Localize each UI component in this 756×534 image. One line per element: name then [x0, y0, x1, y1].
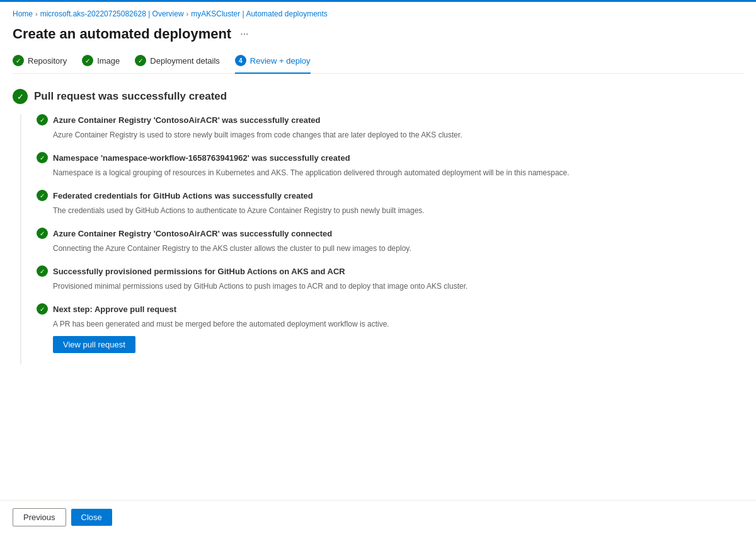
step-1-header: Azure Container Registry 'ContosoAirACR'…	[37, 114, 743, 125]
page-title-row: Create an automated deployment ···	[13, 26, 743, 42]
step-3-description: The credentials used by GitHub Actions t…	[53, 205, 743, 216]
step-1: Azure Container Registry 'ContosoAirACR'…	[37, 114, 743, 141]
step-2-check-icon	[37, 152, 48, 163]
view-pull-request-button[interactable]: View pull request	[53, 336, 135, 353]
breadcrumb-cluster[interactable]: myAKSCluster | Automated deployments	[191, 9, 328, 18]
step-4-check-icon	[37, 228, 48, 239]
step-2-title: Namespace 'namespace-workflow-1658763941…	[53, 153, 350, 163]
main-heading: Pull request was successfully created	[34, 90, 227, 103]
step-6-check-icon	[37, 303, 48, 315]
tab-label-deployment: Deployment details	[150, 56, 220, 66]
more-options-button[interactable]: ···	[236, 27, 252, 41]
tab-label-repository: Repository	[28, 56, 67, 66]
step-3-check-icon	[37, 190, 48, 201]
step-5-description: Provisioned minimal permissions used by …	[53, 281, 743, 292]
footer: Previous Close	[0, 500, 756, 534]
step-2: Namespace 'namespace-workflow-1658763941…	[37, 152, 743, 178]
tab-circle-review: 4	[235, 55, 246, 66]
step-5-title: Successfully provisioned permissions for…	[53, 267, 345, 276]
main-content: Home › microsoft.aks-20220725082628 | Ov…	[0, 2, 756, 500]
step-2-header: Namespace 'namespace-workflow-1658763941…	[37, 152, 743, 163]
step-5-check-icon	[37, 265, 48, 277]
step-4-header: Azure Container Registry 'ContosoAirACR'…	[37, 228, 743, 239]
tab-repository[interactable]: Repository	[13, 55, 67, 74]
step-5: Successfully provisioned permissions for…	[37, 265, 743, 292]
breadcrumb-subscription[interactable]: microsoft.aks-20220725082628 | Overview	[40, 9, 184, 18]
step-1-check-icon	[37, 114, 48, 125]
breadcrumb: Home › microsoft.aks-20220725082628 | Ov…	[13, 9, 743, 18]
wizard-tabs: Repository Image Deployment details 4 Re…	[13, 55, 743, 74]
step-1-title: Azure Container Registry 'ContosoAirACR'…	[53, 115, 320, 125]
step-6-description: A PR has been generated and must be merg…	[53, 318, 743, 330]
tab-deployment-details[interactable]: Deployment details	[135, 55, 220, 74]
step-6-title: Next step: Approve pull request	[53, 305, 176, 314]
step-4-title: Azure Container Registry 'ContosoAirACR'…	[53, 229, 332, 238]
step-4-description: Connecting the Azure Container Registry …	[53, 243, 743, 254]
step-6: Next step: Approve pull request A PR has…	[37, 303, 743, 353]
step-2-description: Namespace is a logical grouping of resou…	[53, 167, 743, 178]
main-heading-row: Pull request was successfully created	[13, 89, 743, 104]
step-4: Azure Container Registry 'ContosoAirACR'…	[37, 228, 743, 254]
main-heading-check-icon	[13, 89, 28, 104]
close-button[interactable]: Close	[71, 509, 112, 526]
step-5-header: Successfully provisioned permissions for…	[37, 265, 743, 277]
tab-label-image: Image	[97, 56, 120, 66]
breadcrumb-sep-2: ›	[186, 10, 189, 18]
tab-check-deployment	[135, 55, 146, 66]
page-title: Create an automated deployment	[13, 26, 231, 42]
tab-label-review: Review + deploy	[250, 56, 311, 66]
breadcrumb-home[interactable]: Home	[13, 9, 33, 18]
step-1-description: Azure Container Registry is used to stor…	[53, 129, 743, 141]
steps-container: Azure Container Registry 'ContosoAirACR'…	[20, 114, 743, 364]
step-6-header: Next step: Approve pull request	[37, 303, 743, 315]
step-3-header: Federated credentials for GitHub Actions…	[37, 190, 743, 201]
step-3-title: Federated credentials for GitHub Actions…	[53, 191, 313, 200]
tab-check-image	[82, 55, 93, 66]
previous-button[interactable]: Previous	[13, 508, 66, 526]
step-3: Federated credentials for GitHub Actions…	[37, 190, 743, 216]
breadcrumb-sep-1: ›	[35, 10, 38, 18]
tab-image[interactable]: Image	[82, 55, 120, 74]
tab-check-repository	[13, 55, 24, 66]
tab-review-deploy[interactable]: 4 Review + deploy	[235, 55, 311, 74]
